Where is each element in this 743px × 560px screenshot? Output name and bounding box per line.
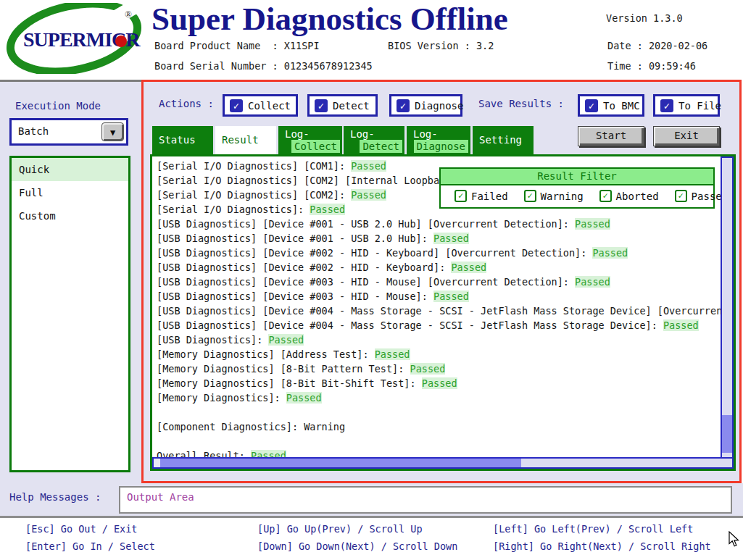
log-result-badge: Passed — [310, 204, 345, 215]
registered-mark: ® — [125, 9, 132, 20]
log-line: [USB Diagnostics] [Device #001 - USB 2.0… — [157, 231, 721, 246]
hint-esc: [Esc] Go Out / Exit — [25, 523, 137, 535]
execution-mode-label: Execution Mode — [15, 100, 101, 112]
tab-sublabel: Collect — [291, 140, 340, 153]
checkbox-collect-label: Collect — [248, 100, 291, 112]
tab-label: Log- — [413, 128, 470, 140]
mode-item-quick[interactable]: Quick — [12, 158, 128, 181]
header: SUPERMICR ® Super Diagnostics Offline Ve… — [0, 0, 743, 80]
tab-sublabel: Detect — [360, 140, 402, 153]
log-result-badge: Passed — [351, 189, 386, 201]
filter-label-aborted: Aborted — [616, 191, 659, 202]
tab-log-collect[interactable]: Log- Collect — [278, 126, 342, 154]
tab-setting[interactable]: Setting — [473, 126, 534, 154]
filter-checkbox-warning[interactable]: ✓ Warning — [524, 190, 584, 202]
log-line: [Memory Diagnostics] [Address Test]: Pas… — [157, 347, 721, 362]
filter-label-failed: Failed — [471, 191, 508, 202]
board-product-name: Board Product Name : X11SPI — [154, 40, 320, 51]
log-result-badge: Passed — [575, 276, 610, 288]
filter-label-warning: Warning — [541, 191, 584, 202]
log-text: [Memory Diagnostics] [8-Bit Bit-Shift Te… — [157, 377, 422, 389]
tab-log-diagnose[interactable]: Log- Diagnose — [407, 126, 470, 154]
mode-item-custom[interactable]: Custom — [12, 204, 128, 227]
mode-item-full[interactable]: Full — [12, 181, 128, 204]
log-result-badge: Passed — [575, 218, 610, 230]
log-text: [USB Diagnostics] [Device #003 - HID - M… — [157, 291, 433, 302]
log-text: [USB Diagnostics] [Device #002 - HID - K… — [157, 262, 451, 273]
checkmark-icon: ✓ — [454, 190, 467, 202]
bios-version: BIOS Version : 3.2 — [388, 40, 494, 51]
checkbox-to-file-label: To File — [678, 100, 721, 112]
hint-right: [Right] Go Right(Next) / Scroll Right — [493, 540, 711, 552]
start-button[interactable]: Start — [578, 126, 644, 146]
checkbox-diagnose-label: Diagnose — [415, 100, 463, 112]
log-line: [Memory Diagnostics] [8-Bit Pattern Test… — [157, 362, 721, 376]
checkbox-to-bmc[interactable]: ✓ To BMC — [578, 94, 644, 117]
checkmark-icon: ✓ — [315, 99, 328, 112]
horizontal-scrollbar-thumb[interactable] — [160, 459, 521, 467]
log-text: [USB Diagnostics] [Device #004 - Mass St… — [157, 319, 663, 331]
filter-checkbox-aborted[interactable]: ✓ Aborted — [599, 190, 659, 202]
checkmark-icon: ✓ — [524, 190, 536, 202]
checkmark-icon: ✓ — [397, 99, 410, 112]
mouse-cursor-icon — [729, 531, 740, 551]
execution-mode-dropdown[interactable]: Batch ▼ — [9, 118, 128, 146]
log-result-badge: Passed — [375, 348, 410, 360]
log-line: [USB Diagnostics] [Device #002 - HID - K… — [157, 246, 721, 260]
log-line: [USB Diagnostics] [Device #003 - HID - M… — [157, 275, 721, 289]
log-result-badge: Passed — [410, 363, 446, 375]
log-line: [USB Diagnostics]: Passed — [157, 333, 721, 347]
result-log-area: [Serial I/O Diagnostics] [COM1]: Passed … — [150, 154, 736, 471]
log-line: [USB Diagnostics] [Device #003 - HID - M… — [157, 289, 721, 304]
checkbox-diagnose[interactable]: ✓ Diagnose — [389, 94, 462, 117]
hint-enter: [Enter] Go In / Select — [25, 540, 155, 552]
checkbox-to-file[interactable]: ✓ To File — [653, 94, 720, 117]
log-line: [USB Diagnostics] [Device #004 - Mass St… — [157, 318, 721, 333]
log-text: [USB Diagnostics] [Device #001 - USB 2.0… — [157, 233, 433, 244]
log-result-badge: Passed — [592, 247, 628, 259]
log-line: [Component Diagnostics]: Warning — [157, 419, 721, 434]
help-output-box: Output Area — [119, 486, 732, 514]
tab-status[interactable]: Status — [152, 126, 213, 154]
log-text: [Component Diagnostics]: Warning — [157, 421, 345, 432]
log-line: [Memory Diagnostics] [8-Bit Bit-Shift Te… — [157, 376, 721, 390]
save-results-label: Save Results : — [478, 98, 564, 109]
tab-label: Status — [159, 134, 213, 146]
log-text: [USB Diagnostics]: — [157, 334, 268, 346]
dropdown-arrow-button[interactable]: ▼ — [101, 122, 124, 141]
log-line: [USB Diagnostics] [Device #001 - USB 2.0… — [157, 217, 721, 231]
checkmark-icon: ✓ — [599, 190, 612, 202]
vertical-scrollbar-thumb[interactable] — [722, 415, 732, 453]
tab-sublabel: Diagnose — [414, 140, 468, 153]
checkbox-collect[interactable]: ✓ Collect — [223, 94, 298, 117]
checkbox-detect[interactable]: ✓ Detect — [307, 94, 378, 117]
hint-down: [Down] Go Down(Next) / Scroll Down — [257, 540, 457, 552]
tab-log-detect[interactable]: Log- Detect — [344, 126, 404, 154]
log-line — [157, 434, 721, 448]
log-result-badge: Passed — [451, 262, 486, 273]
vertical-scrollbar[interactable] — [721, 156, 734, 459]
help-messages-label: Help Messages : — [9, 491, 101, 503]
log-text: Overall Result: — [157, 450, 251, 457]
page-title: Super Diagnostics Offline — [151, 0, 508, 38]
tab-result[interactable]: Result — [215, 126, 276, 154]
log-text: [Serial I/O Diagnostics] [COM1]: — [157, 160, 351, 172]
log-result-badge: Passed — [433, 233, 469, 244]
log-result-badge: Passed — [286, 392, 322, 404]
mode-listbox: Quick Full Custom — [9, 156, 130, 472]
horizontal-scrollbar-button[interactable] — [154, 459, 160, 467]
log-text: [USB Diagnostics] [Device #004 - Mass St… — [157, 305, 721, 317]
filter-checkbox-failed[interactable]: ✓ Failed — [454, 190, 508, 202]
log-line: Overall Result: Passed — [157, 448, 721, 457]
log-line: [USB Diagnostics] [Device #002 - HID - K… — [157, 260, 721, 275]
horizontal-scrollbar[interactable] — [152, 457, 734, 469]
log-text: [USB Diagnostics] [Device #001 - USB 2.0… — [157, 218, 575, 230]
log-text: [USB Diagnostics] [Device #002 - HID - K… — [157, 247, 592, 259]
help-output-text: Output Area — [127, 491, 731, 503]
actions-label: Actions : — [159, 98, 214, 109]
log-result-badge: Passed — [422, 377, 457, 389]
result-filter-options: ✓ Failed ✓ Warning ✓ Aborted ✓ Passed — [441, 185, 713, 206]
main-panel: Actions : ✓ Collect ✓ Detect ✓ Diagnose … — [141, 80, 742, 483]
exit-button[interactable]: Exit — [653, 126, 720, 146]
log-result-badge: Passed — [663, 319, 699, 331]
